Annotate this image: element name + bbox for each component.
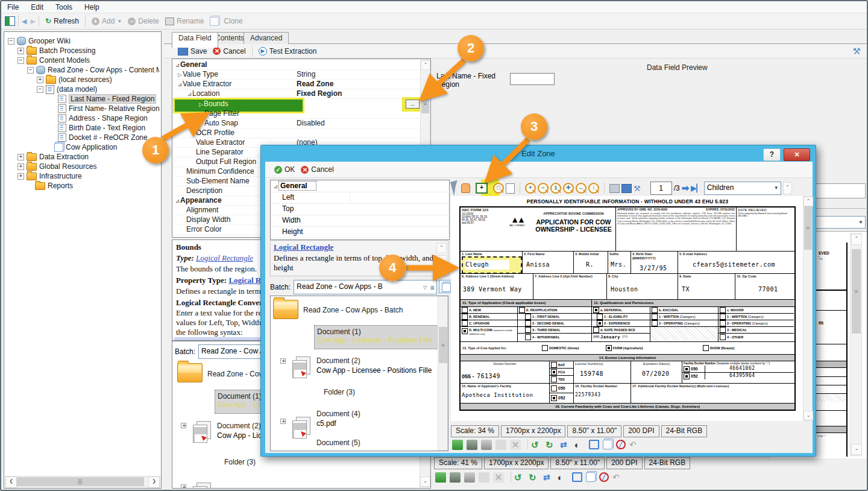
tree-item-batch-processing[interactable]: Batch Processing: [17, 46, 95, 55]
tree-item-data-model[interactable]: (data model): [37, 84, 97, 94]
scroll-down-icon[interactable]: ⌄: [436, 255, 447, 265]
scroll-up-icon[interactable]: ⌃: [804, 197, 813, 206]
tree-item-global-resources[interactable]: Global Resources: [17, 162, 96, 171]
tree-item-cow-application[interactable]: Cow Application: [46, 142, 117, 152]
ip-clear-icon[interactable]: ✕: [493, 472, 504, 483]
expand-icon[interactable]: [17, 173, 24, 180]
tree-item-infrastructure[interactable]: Infrastructure: [17, 171, 82, 181]
expand-icon[interactable]: [181, 423, 186, 428]
zoom-fit-height-icon[interactable]: ↕: [588, 183, 599, 194]
dialog-help-button[interactable]: ?: [763, 148, 781, 161]
dialog-ok-button[interactable]: ✓OK: [271, 164, 298, 175]
ip-levels-icon[interactable]: [479, 472, 489, 483]
document-icon[interactable]: [193, 483, 211, 489]
logical-rectangle-link[interactable]: Logical Rectangle: [196, 253, 253, 262]
print-icon[interactable]: [609, 184, 620, 193]
ip-preprocess-icon[interactable]: [435, 472, 446, 483]
document-icon[interactable]: [193, 421, 211, 443]
rotate-cw-icon[interactable]: ↻: [529, 472, 539, 483]
zoom-out-icon[interactable]: −: [538, 183, 549, 194]
property-row-ocr-profile[interactable]: OCR Profile: [173, 128, 420, 138]
viewer-settings-icon[interactable]: ⚒: [634, 184, 641, 193]
property-category-general[interactable]: ⊿General: [173, 60, 420, 70]
zone-doc5-label[interactable]: Document (5): [316, 439, 360, 447]
children-dropdown[interactable]: Children▼: [704, 182, 781, 195]
scrollbar-thumb[interactable]: |||: [16, 477, 144, 486]
zoom-actual-icon[interactable]: 1: [550, 183, 561, 194]
navigator-icon[interactable]: [5, 16, 15, 26]
expand-icon[interactable]: [17, 48, 24, 54]
scroll-down-icon[interactable]: ⌄: [804, 411, 813, 420]
main-viewer-scrollbar[interactable]: ⌃ ≡ ⌄: [850, 233, 862, 456]
zone-grid-top[interactable]: Top: [271, 203, 450, 215]
rotate-ccw-icon[interactable]: ↺: [514, 472, 525, 483]
zone-doc2-label[interactable]: Document (2): [316, 356, 360, 365]
zone-batch-combo[interactable]: Read Zone - Cow Apps - B▽≣: [294, 280, 437, 294]
copy-page-icon[interactable]: [603, 440, 612, 449]
refresh-image-icon[interactable]: ⇄: [560, 440, 571, 450]
batch-viewer-toggle-button[interactable]: [439, 280, 452, 293]
zone-document-viewer[interactable]: PERSONALLY IDENTIFIABLE INFORMATION - WI…: [451, 196, 803, 421]
tree-item-reports[interactable]: Reports: [27, 181, 73, 191]
tree-item-first-name-relative-region[interactable]: First Name- Relative Region: [50, 104, 160, 113]
rotate-cw-icon[interactable]: ↻: [546, 440, 556, 450]
zone-grid-left[interactable]: Left: [271, 192, 450, 204]
property-row-value-extractor[interactable]: ⊿Value ExtractorRead Zone: [173, 79, 420, 89]
crop-icon[interactable]: [572, 472, 582, 482]
bounds-ellipsis-button[interactable]: ...: [406, 100, 420, 109]
zone-grid-height[interactable]: Height: [271, 226, 450, 238]
collapse-icon[interactable]: [8, 38, 14, 45]
ip-levels-icon[interactable]: [495, 440, 506, 450]
last-page-icon[interactable]: ▶▏: [691, 184, 702, 192]
zone-tree-scrollbar[interactable]: ≡: [438, 296, 448, 451]
tree-item-address-shape-region[interactable]: Address - Shape Region: [50, 113, 148, 123]
crop-icon[interactable]: [589, 440, 599, 449]
scrollbar-thumb[interactable]: ≡: [852, 249, 861, 334]
redact-icon[interactable]: ╱: [599, 472, 609, 482]
select-cursor-icon[interactable]: [450, 180, 461, 196]
preview-field-input[interactable]: [510, 73, 555, 85]
document-icon[interactable]: [292, 356, 310, 378]
zone-viewer-scrollbar[interactable]: ⌃ ≡ ⌄: [803, 196, 813, 421]
menu-tools[interactable]: Tools: [49, 2, 78, 13]
expand-icon[interactable]: [280, 358, 286, 364]
scroll-up-icon[interactable]: ⌃: [851, 234, 862, 245]
tree-item-local-resources[interactable]: (local resources): [37, 75, 112, 84]
expand-icon[interactable]: [181, 484, 186, 489]
zone-doc4-label[interactable]: Document (4): [316, 410, 360, 418]
next-page-icon[interactable]: ➡: [682, 183, 690, 194]
expand-icon[interactable]: [17, 163, 24, 170]
scroll-up-icon[interactable]: ⌃: [436, 243, 447, 253]
scroll-up-icon[interactable]: ⌃: [421, 60, 430, 70]
batch-folder-label[interactable]: Folder (3): [224, 458, 256, 466]
scrollbar-thumb[interactable]: ≡: [804, 206, 812, 250]
clone-button[interactable]: Clone: [207, 16, 245, 27]
property-row-value-type[interactable]: ▷Value TypeString: [173, 69, 420, 80]
refresh-image-icon[interactable]: ⇄: [543, 472, 554, 483]
batch-root-folder-icon[interactable]: [273, 300, 298, 319]
test-extraction-button[interactable]: ▶Test Extraction: [256, 46, 320, 57]
tree-item-docket-reocr-zone[interactable]: Docket # - ReOCR Zone: [50, 133, 148, 142]
tab-data-field[interactable]: Data Field: [172, 32, 218, 48]
zone-grid-width[interactable]: Width: [271, 215, 450, 227]
zone-grid-general[interactable]: ⊿General: [271, 180, 450, 192]
ip-preprocess2-icon[interactable]: [467, 440, 477, 450]
dialog-close-button[interactable]: ✕: [784, 148, 810, 161]
invert-icon[interactable]: ◐: [558, 472, 568, 483]
property-row-auto-snap[interactable]: Auto SnapDisabled: [173, 118, 420, 128]
expand-icon[interactable]: [280, 419, 286, 424]
menu-help[interactable]: Help: [78, 2, 105, 13]
zoom-fit-icon[interactable]: ✛: [563, 183, 574, 194]
tree-item-birth-date-text-region[interactable]: Birth Date - Text Region: [50, 123, 145, 133]
logical-rectangle-link[interactable]: Logical Rectangle: [274, 242, 448, 252]
add-button[interactable]: +Add▼: [89, 16, 125, 27]
ip-preprocess2-icon[interactable]: [450, 472, 461, 483]
menu-file[interactable]: File: [1, 2, 25, 13]
scrollbar-thumb[interactable]: ≡: [439, 327, 447, 363]
zoom-in-icon[interactable]: +: [525, 183, 536, 194]
back-icon[interactable]: ◀: [22, 17, 27, 25]
scroll-down-icon[interactable]: ⌄: [851, 444, 862, 455]
viewer-split-button[interactable]: ⌄: [783, 182, 792, 194]
dialog-cancel-button[interactable]: ✕Cancel: [298, 164, 336, 175]
expand-icon[interactable]: [37, 77, 43, 83]
